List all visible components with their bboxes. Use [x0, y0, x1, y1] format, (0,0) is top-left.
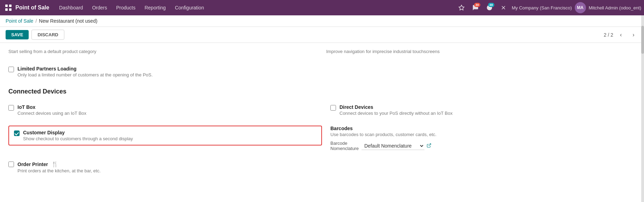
left-partial-desc: Start selling from a default product cat… [8, 48, 318, 54]
activity-badge: 48 [488, 3, 494, 7]
chat-icon-btn[interactable]: 30 [470, 2, 481, 13]
limited-partners-checkbox[interactable] [8, 67, 14, 72]
iot-box-setting: IoT Box Connect devices using an IoT Box [8, 99, 322, 121]
order-printer-setting: Order Printer 🍴 Print orders at the kitc… [8, 156, 322, 178]
scrollbar-track[interactable] [641, 15, 644, 202]
direct-devices-checkbox[interactable] [330, 105, 336, 111]
order-printer-text: Order Printer 🍴 Print orders at the kitc… [17, 161, 101, 173]
devices-grid: IoT Box Connect devices using an IoT Box… [8, 99, 636, 178]
svg-rect-2 [5, 8, 8, 11]
company-name: My Company (San Francisco) [512, 5, 572, 10]
limited-partners-label: Limited Partners Loading [17, 66, 153, 72]
scrollbar-thumb[interactable] [641, 26, 644, 54]
nav-reporting[interactable]: Reporting [140, 3, 170, 13]
svg-marker-4 [459, 5, 464, 10]
customer-display-checkbox[interactable] [14, 130, 20, 136]
customer-display-container: Customer Display Show checkout to custom… [8, 121, 322, 156]
barcode-field-row: BarcodeNomenclature Default Nomenclature… [330, 141, 636, 151]
save-button[interactable]: SAVE [6, 30, 29, 39]
topnav-right: 30 48 My Company (San Francisco) MA Mitc… [456, 2, 641, 13]
direct-devices-desc: Connect devices to your PoS directly wit… [339, 111, 452, 116]
star-icon-btn[interactable] [456, 2, 467, 13]
limited-partners-setting: Limited Partners Loading Only load a lim… [8, 61, 636, 82]
breadcrumb-current: New Restaurant (not used) [39, 18, 97, 24]
svg-rect-3 [9, 8, 12, 11]
printer-icon: 🍴 [51, 161, 58, 167]
main-content: Start selling from a default product cat… [0, 43, 644, 202]
app-grid-icon[interactable] [3, 2, 14, 13]
topnav: Point of Sale Dashboard Orders Products … [0, 0, 644, 15]
pagination-label: 2 / 2 [604, 32, 613, 38]
svg-line-8 [429, 143, 431, 145]
svg-rect-0 [5, 5, 8, 7]
customer-display-highlighted: Customer Display Show checkout to custom… [8, 126, 322, 145]
topnav-menu: Dashboard Orders Products Reporting Conf… [55, 3, 455, 13]
breadcrumb-separator: / [35, 18, 37, 24]
action-bar: SAVE DISCARD 2 / 2 ‹ › [0, 27, 644, 43]
user-name: Mitchell Admin (odoo_ent) [589, 5, 641, 10]
iot-box-text: IoT Box Connect devices using an IoT Box [17, 104, 86, 116]
customer-display-text: Customer Display Show checkout to custom… [23, 130, 133, 141]
next-page-arrow[interactable]: › [629, 30, 638, 40]
breadcrumb-parent[interactable]: Point of Sale [6, 18, 33, 24]
order-printer-label: Order Printer 🍴 [17, 161, 101, 167]
right-partial-text: Improve navigation for imprecise industr… [326, 49, 439, 54]
direct-devices-text: Direct Devices Connect devices to your P… [339, 104, 452, 116]
barcode-select-wrap: Default Nomenclature EAN-13 Nomenclature… [362, 142, 431, 150]
iot-box-label: IoT Box [17, 104, 86, 110]
barcode-field-label: BarcodeNomenclature [330, 141, 359, 151]
direct-devices-setting: Direct Devices Connect devices to your P… [322, 99, 636, 121]
customer-display-label: Customer Display [23, 130, 133, 135]
barcodes-desc: Use barcodes to scan products, customer … [330, 132, 636, 137]
nav-dashboard[interactable]: Dashboard [55, 3, 87, 13]
connected-devices-heading: Connected Devices [8, 88, 636, 95]
svg-rect-1 [9, 5, 12, 7]
iot-box-checkbox[interactable] [8, 105, 14, 111]
external-link-icon[interactable] [427, 143, 431, 149]
nav-configuration[interactable]: Configuration [171, 3, 208, 13]
discard-button[interactable]: DISCARD [31, 30, 64, 40]
nav-orders[interactable]: Orders [88, 3, 111, 13]
prev-page-arrow[interactable]: ‹ [616, 30, 626, 40]
left-partial-text: Start selling from a default product cat… [8, 49, 96, 54]
breadcrumb: Point of Sale / New Restaurant (not used… [0, 15, 644, 27]
right-partial-desc: Improve navigation for imprecise industr… [326, 48, 636, 54]
customer-display-desc: Show checkout to customers through a sec… [23, 136, 133, 141]
close-icon-btn[interactable] [498, 2, 509, 13]
app-title: Point of Sale [15, 5, 49, 11]
direct-devices-label: Direct Devices [339, 104, 452, 110]
order-printer-checkbox[interactable] [8, 162, 14, 167]
barcodes-setting: Barcodes Use barcodes to scan products, … [322, 121, 636, 156]
chat-badge: 30 [474, 3, 480, 7]
partial-top-row: Start selling from a default product cat… [8, 48, 636, 58]
barcode-nomenclature-select[interactable]: Default Nomenclature EAN-13 Nomenclature… [362, 142, 424, 150]
iot-box-desc: Connect devices using an IoT Box [17, 111, 86, 116]
activity-icon-btn[interactable]: 48 [484, 2, 495, 13]
nav-products[interactable]: Products [112, 3, 139, 13]
barcodes-label: Barcodes [330, 126, 636, 131]
limited-partners-text: Limited Partners Loading Only load a lim… [17, 66, 153, 77]
pagination: 2 / 2 ‹ › [604, 30, 638, 40]
limited-partners-desc: Only load a limited number of customers … [17, 72, 153, 77]
user-avatar[interactable]: MA [575, 2, 586, 13]
order-printer-desc: Print orders at the kitchen, at the bar,… [17, 168, 101, 173]
